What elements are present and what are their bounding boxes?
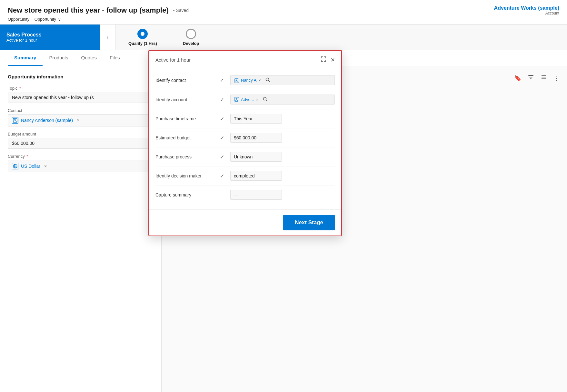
currency-remove[interactable]: × <box>44 164 47 169</box>
process-sub: Active for 1 hour <box>6 38 94 43</box>
page-title: New store opened this year - follow up (… <box>8 6 169 15</box>
bookmark-icon[interactable]: 🔖 <box>514 75 521 82</box>
currency-required: * <box>26 154 28 159</box>
estimated-budget-text[interactable]: $60,000.00 <box>230 133 282 143</box>
purchase-timeframe-text[interactable]: This Year <box>230 114 282 124</box>
qualify-circle <box>137 29 148 39</box>
breadcrumb-sep: · <box>31 17 33 22</box>
more-icon[interactable]: ⋮ <box>553 75 559 82</box>
stage-qualify[interactable]: Qualify (1 Hrs) <box>128 29 157 46</box>
account-label: Account <box>494 11 559 15</box>
process-title: Sales Process <box>6 32 94 38</box>
next-stage-button[interactable]: Next Stage <box>283 215 335 230</box>
flyout-header: Active for 1 hour × <box>149 51 341 68</box>
contact-tag-icon <box>234 78 239 83</box>
flyout-row-identify-account: Identify account ✓ Adve... × <box>155 90 335 109</box>
flyout-row-identify-contact: Identify contact ✓ Nancy A × <box>155 71 335 90</box>
header: New store opened this year - follow up (… <box>0 0 567 25</box>
account-tag-icon <box>234 97 239 102</box>
stages-container: Qualify (1 Hrs) Develop <box>115 29 567 46</box>
purchase-process-value: Unknown <box>230 152 335 162</box>
account-name[interactable]: Adventure Works (sample) <box>494 5 559 11</box>
account-tag-remove[interactable]: × <box>256 97 258 102</box>
contact-field: Nancy Anderson (sample) × <box>8 114 154 126</box>
list-icon[interactable] <box>541 74 547 82</box>
identify-account-label: Identify account <box>155 97 220 102</box>
identify-contact-value: Nancy A × <box>230 75 335 85</box>
account-info: Adventure Works (sample) Account <box>494 5 559 15</box>
breadcrumb: Opportunity · Opportunity ∨ <box>8 17 559 22</box>
breadcrumb-opportunity1[interactable]: Opportunity <box>8 17 29 22</box>
flyout-row-decision-maker: Identify decision maker ✓ completed <box>155 166 335 186</box>
contact-icon <box>12 117 18 124</box>
purchase-timeframe-value: This Year <box>230 114 335 124</box>
decision-maker-text[interactable]: completed <box>230 171 282 181</box>
svg-point-9 <box>236 79 237 80</box>
tab-quotes[interactable]: Quotes <box>75 50 103 66</box>
topic-value[interactable]: New store opened this year - follow up (… <box>8 92 154 103</box>
flyout-close-icon[interactable]: × <box>331 56 335 64</box>
contact-tag-link[interactable]: Nancy A <box>241 78 256 83</box>
sales-process-panel: Sales Process Active for 1 hour <box>0 25 100 50</box>
flyout-row-purchase-timeframe: Purchase timeframe ✓ This Year <box>155 109 335 128</box>
estimated-budget-label: Estimated budget <box>155 135 220 140</box>
filter-icon[interactable] <box>528 74 534 82</box>
account-tag-link[interactable]: Adve... <box>241 97 254 102</box>
qualify-flyout: Active for 1 hour × Identify contact ✓ <box>148 50 342 236</box>
purchase-process-label: Purchase process <box>155 154 220 159</box>
flyout-body: Identify contact ✓ Nancy A × <box>149 68 341 209</box>
flyout-footer: Next Stage <box>149 209 341 236</box>
account-tag: Adve... × <box>230 95 335 105</box>
flyout-expand-icon[interactable] <box>320 56 327 64</box>
tab-products[interactable]: Products <box>43 50 75 66</box>
develop-label: Develop <box>183 41 199 46</box>
develop-circle <box>186 29 196 39</box>
account-tag-search-icon[interactable] <box>263 96 268 103</box>
contact-tag: Nancy A × <box>230 75 335 85</box>
decision-maker-check: ✓ <box>220 173 230 179</box>
svg-point-1 <box>15 119 16 120</box>
flyout-row-estimated-budget: Estimated budget ✓ $60,000.00 <box>155 128 335 147</box>
purchase-timeframe-check: ✓ <box>220 116 230 122</box>
stage-develop[interactable]: Develop <box>183 29 199 46</box>
left-panel: Opportunity information Topic * New stor… <box>0 66 161 392</box>
estimated-budget-value: $60,000.00 <box>230 133 335 143</box>
contact-label: Contact <box>8 108 154 113</box>
flyout-row-purchase-process: Purchase process ✓ Unknown <box>155 147 335 166</box>
purchase-process-text[interactable]: Unknown <box>230 152 282 162</box>
qualify-label: Qualify (1 Hrs) <box>128 41 157 46</box>
capture-summary-label: Capture summary <box>155 192 220 197</box>
flyout-row-capture-summary: Capture summary --- <box>155 186 335 204</box>
qualify-circle-inner <box>141 32 144 36</box>
svg-line-15 <box>266 100 267 101</box>
collapse-button[interactable]: ‹ <box>100 25 115 50</box>
contact-tag-remove[interactable]: × <box>258 78 261 83</box>
currency-link[interactable]: US Dollar <box>21 164 40 169</box>
flyout-title: Active for 1 hour <box>155 57 191 63</box>
tab-summary[interactable]: Summary <box>8 50 43 66</box>
purchase-timeframe-label: Purchase timeframe <box>155 116 220 121</box>
budget-value[interactable]: $60,000.00 <box>8 138 154 149</box>
decision-maker-label: Identify decision maker <box>155 173 220 178</box>
estimated-budget-check: ✓ <box>220 135 230 141</box>
identify-contact-label: Identify contact <box>155 78 220 83</box>
contact-tag-search-icon[interactable] <box>265 77 270 83</box>
breadcrumb-opportunity2[interactable]: Opportunity <box>35 17 56 22</box>
svg-point-13 <box>236 98 237 99</box>
identify-account-check: ✓ <box>220 96 230 103</box>
contact-link[interactable]: Nancy Anderson (sample) <box>21 118 73 123</box>
breadcrumb-dropdown-icon[interactable]: ∨ <box>58 17 61 22</box>
svg-line-11 <box>269 81 270 82</box>
stage-bar: Sales Process Active for 1 hour ‹ Qualif… <box>0 25 567 50</box>
identify-contact-check: ✓ <box>220 77 230 83</box>
flyout-header-icons: × <box>320 56 335 64</box>
topic-label: Topic * <box>8 86 154 91</box>
capture-summary-dash[interactable]: --- <box>230 190 282 200</box>
currency-field: US Dollar × <box>8 160 154 172</box>
currency-icon <box>12 163 18 169</box>
contact-remove[interactable]: × <box>77 118 79 123</box>
saved-label: - Saved <box>173 8 189 13</box>
tab-files[interactable]: Files <box>103 50 126 66</box>
purchase-process-check: ✓ <box>220 154 230 160</box>
budget-label: Budget amount <box>8 132 154 136</box>
